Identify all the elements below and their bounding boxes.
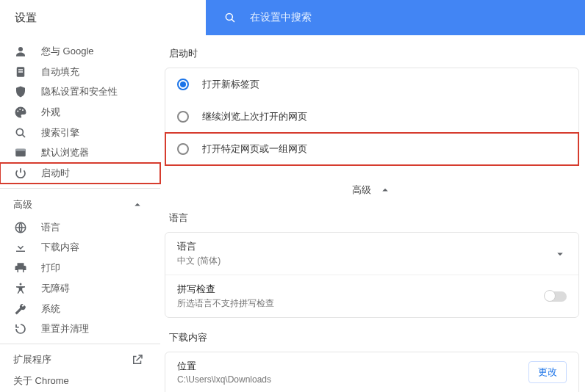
sidebar-item-label: 您与 Google	[41, 45, 94, 58]
sidebar-item-label: 打印	[41, 261, 60, 275]
sidebar-item-default-browser[interactable]: 默认浏览器	[0, 142, 160, 163]
download-location-row: 位置 C:\Users\lxq\Downloads 更改	[165, 352, 578, 392]
language-label: 语言	[177, 240, 220, 253]
sidebar-item-on-startup[interactable]: 启动时	[0, 163, 160, 184]
startup-card: 打开新标签页 继续浏览上次打开的网页 打开特定网页或一组网页	[165, 68, 579, 166]
svg-point-9	[16, 128, 23, 135]
divider	[0, 188, 160, 189]
external-link-icon	[131, 353, 144, 366]
sidebar-item-language[interactable]: 语言	[0, 217, 160, 238]
sidebar-item-privacy[interactable]: 隐私设置和安全性	[0, 81, 160, 102]
search-bar[interactable]: 在设置中搜索	[206, 0, 585, 35]
svg-rect-4	[18, 69, 23, 70]
main-content: 启动时 打开新标签页 继续浏览上次打开的网页 打开特定网页或一组网页 高级	[160, 35, 588, 392]
section-title-downloads: 下载内容	[169, 331, 579, 344]
svg-rect-14	[16, 251, 25, 253]
sidebar-item-you-and-google[interactable]: 您与 Google	[0, 41, 160, 62]
radio-label: 继续浏览上次打开的网页	[202, 110, 307, 123]
startup-option-continue[interactable]: 继续浏览上次打开的网页	[165, 101, 578, 133]
radio-label: 打开新标签页	[202, 78, 259, 91]
svg-rect-5	[18, 71, 23, 73]
sidebar-item-label: 自动填充	[41, 65, 79, 79]
download-location-label: 位置	[177, 360, 271, 373]
startup-option-specific-pages[interactable]: 打开特定网页或一组网页	[165, 133, 578, 165]
sidebar-item-accessibility[interactable]: 无障碍	[0, 278, 160, 299]
globe-icon	[13, 220, 28, 235]
download-icon	[13, 240, 28, 255]
sidebar-item-label: 隐私设置和安全性	[41, 85, 118, 98]
sidebar: 您与 Google 自动填充 隐私设置和安全性 外观 搜索引擎 默认浏览器	[0, 35, 160, 392]
page-title: 设置	[0, 11, 206, 25]
sidebar-about-label: 关于 Chrome	[13, 374, 69, 388]
svg-point-7	[19, 109, 21, 110]
sidebar-advanced-toggle[interactable]: 高级	[0, 193, 160, 217]
accessibility-icon	[13, 281, 28, 296]
search-placeholder: 在设置中搜索	[250, 11, 312, 24]
startup-option-new-tab[interactable]: 打开新标签页	[165, 68, 578, 101]
language-value: 中文 (简体)	[177, 255, 220, 267]
downloads-card: 位置 C:\Users\lxq\Downloads 更改 下载前询问每个文件的保…	[165, 352, 579, 392]
spellcheck-label: 拼写检查	[177, 283, 274, 296]
radio-icon	[177, 143, 189, 155]
svg-line-10	[22, 134, 25, 137]
language-card: 语言 中文 (简体) 拼写检查 所选语言不支持拼写检查	[165, 232, 579, 318]
search-icon	[223, 11, 237, 24]
sidebar-item-autofill[interactable]: 自动填充	[0, 62, 160, 82]
palette-icon	[13, 105, 28, 120]
sidebar-item-label: 启动时	[41, 167, 70, 180]
svg-rect-12	[15, 149, 26, 151]
wrench-icon	[13, 302, 28, 316]
advanced-header[interactable]: 高级	[165, 179, 579, 201]
sidebar-item-label: 无障碍	[41, 282, 70, 295]
autofill-icon	[13, 65, 28, 79]
download-location-value: C:\Users\lxq\Downloads	[177, 374, 271, 385]
spellcheck-toggle	[545, 291, 567, 302]
svg-rect-15	[18, 269, 23, 272]
sidebar-item-search-engine[interactable]: 搜索引擎	[0, 123, 160, 143]
sidebar-item-system[interactable]: 系统	[0, 299, 160, 319]
sidebar-item-print[interactable]: 打印	[0, 258, 160, 278]
radio-label: 打开特定网页或一组网页	[202, 142, 307, 156]
advanced-header-label: 高级	[352, 184, 371, 197]
svg-point-6	[17, 110, 18, 112]
sidebar-about-chrome[interactable]: 关于 Chrome	[0, 371, 160, 392]
chevron-up-icon	[379, 184, 392, 197]
sidebar-item-label: 重置并清理	[41, 322, 89, 335]
sidebar-item-label: 下载内容	[41, 241, 79, 254]
chevron-down-icon	[553, 247, 567, 261]
sidebar-item-label: 默认浏览器	[41, 146, 89, 159]
radio-icon	[177, 79, 189, 90]
radio-icon	[177, 111, 189, 123]
spellcheck-row: 拼写检查 所选语言不支持拼写检查	[165, 275, 578, 317]
shield-icon	[13, 84, 28, 99]
sidebar-item-label: 外观	[41, 106, 60, 119]
sidebar-extensions-label: 扩展程序	[13, 353, 51, 366]
sidebar-extensions[interactable]: 扩展程序	[0, 349, 160, 371]
divider	[0, 344, 160, 344]
section-title-startup: 启动时	[169, 47, 579, 60]
chevron-up-icon	[131, 198, 144, 211]
svg-point-8	[22, 109, 24, 111]
svg-line-1	[232, 19, 234, 22]
sidebar-item-downloads[interactable]: 下载内容	[0, 238, 160, 258]
print-icon	[13, 261, 28, 275]
svg-point-2	[18, 47, 23, 51]
reset-icon	[13, 322, 28, 336]
svg-point-0	[226, 13, 232, 20]
sidebar-item-label: 语言	[41, 221, 60, 234]
sidebar-item-label: 搜索引擎	[41, 126, 79, 139]
spellcheck-sub: 所选语言不支持拼写检查	[177, 297, 274, 310]
section-title-language: 语言	[169, 211, 579, 225]
browser-icon	[13, 145, 28, 160]
sidebar-item-appearance[interactable]: 外观	[0, 102, 160, 123]
power-icon	[13, 166, 28, 181]
sidebar-item-reset[interactable]: 重置并清理	[0, 319, 160, 339]
sidebar-item-label: 系统	[41, 302, 60, 316]
svg-point-16	[20, 283, 22, 285]
change-location-button[interactable]: 更改	[528, 361, 567, 383]
person-icon	[13, 44, 28, 59]
search-icon	[13, 126, 28, 140]
language-row[interactable]: 语言 中文 (简体)	[165, 233, 578, 275]
sidebar-advanced-label: 高级	[13, 198, 32, 211]
